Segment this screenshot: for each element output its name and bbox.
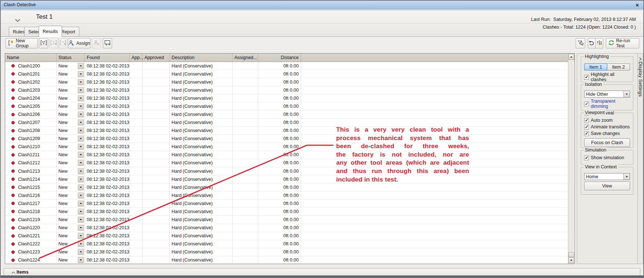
add-comment-button[interactable] <box>103 38 112 48</box>
status-dropdown-button[interactable] <box>78 193 84 198</box>
dropdown-arrow-button[interactable] <box>623 91 630 97</box>
column-header-app[interactable]: App... <box>130 54 143 62</box>
table-row[interactable]: Clash1216New08:12:38 02-02-2013Hard (Con… <box>5 191 575 200</box>
column-header-description[interactable]: Description <box>170 54 233 62</box>
collapse-chevron-icon[interactable] <box>15 17 21 23</box>
add-to-group-button[interactable] <box>49 38 58 48</box>
table-row[interactable]: Clash1206New08:12:38 02-02-2013Hard (Con… <box>5 110 575 118</box>
table-row[interactable]: Clash1211New08:12:38 02-02-2013Hard (Con… <box>5 151 575 159</box>
display-settings-tab[interactable]: Display Settings <box>638 53 643 264</box>
status-dropdown-button[interactable] <box>78 241 84 247</box>
status-dropdown-button[interactable] <box>78 120 84 125</box>
titlebar[interactable]: Clash Detective × <box>1 1 643 9</box>
status-dropdown-button[interactable] <box>78 209 84 215</box>
status-dropdown-button[interactable] <box>78 152 84 158</box>
table-row[interactable]: Clash1208New08:12:38 02-02-2013Hard (Con… <box>5 127 575 135</box>
table-row[interactable]: Clash1210New08:12:38 02-02-2013Hard (Con… <box>5 143 575 151</box>
status-dropdown-button[interactable] <box>78 160 84 166</box>
table-row[interactable]: Clash1214New08:12:38 02-02-2013Hard (Con… <box>5 175 575 183</box>
column-header-distance[interactable]: Distance <box>258 54 301 62</box>
table-row[interactable]: Clash1219New08:12:38 02-02-2013Hard (Con… <box>5 216 575 224</box>
column-header-found[interactable]: Found <box>85 54 130 62</box>
column-header-status[interactable]: Status <box>57 54 85 62</box>
isolation-dropdown[interactable]: Hide Other <box>584 91 630 98</box>
status-dropdown-button[interactable] <box>78 111 84 117</box>
status-dropdown-button[interactable] <box>78 233 84 239</box>
status-dropdown-button[interactable] <box>78 249 84 255</box>
assigned-cell <box>233 256 258 264</box>
table-row[interactable]: Clash1205New08:12:38 02-02-2013Hard (Con… <box>5 102 575 110</box>
table-row[interactable]: Clash1202New08:12:38 02-02-2013Hard (Con… <box>5 78 575 86</box>
column-header-name[interactable]: Name <box>5 54 57 62</box>
undo-button[interactable] <box>588 38 596 48</box>
filter-selection-button[interactable] <box>576 38 585 48</box>
scroll-up-button[interactable] <box>568 54 574 60</box>
compact-button[interactable] <box>595 38 603 48</box>
table-row[interactable]: Clash1218New08:12:38 02-02-2013Hard (Con… <box>5 208 575 216</box>
status-dropdown-button[interactable] <box>78 63 84 69</box>
status-dropdown-button[interactable] <box>78 168 84 174</box>
table-row[interactable]: Clash1217New08:12:38 02-02-2013Hard (Con… <box>5 200 575 208</box>
status-dropdown-button[interactable] <box>78 225 84 231</box>
description-cell: Hard (Conservative) <box>170 175 233 183</box>
view-in-context-dropdown[interactable]: Home <box>584 173 630 180</box>
table-row[interactable]: Clash1221New08:12:38 02-02-2013Hard (Con… <box>5 232 575 240</box>
table-row[interactable]: Clash1207New08:12:38 02-02-2013Hard (Con… <box>5 119 575 127</box>
new-group-button[interactable]: New Group <box>6 38 38 48</box>
assign-button[interactable]: Assign <box>68 38 90 48</box>
table-row[interactable]: Clash1222New08:12:38 02-02-2013Hard (Con… <box>5 240 575 248</box>
dropdown-arrow-button[interactable] <box>623 173 630 180</box>
status-dropdown-button[interactable] <box>78 136 84 142</box>
status-dropdown-button[interactable] <box>78 257 84 263</box>
column-header-assigned[interactable]: Assigned... <box>233 54 258 62</box>
view-button[interactable]: View <box>584 182 630 190</box>
approved-cell <box>143 191 170 199</box>
scroll-down-button[interactable] <box>568 257 574 263</box>
show-simulation-checkbox[interactable] <box>584 156 589 160</box>
animate-transitions-checkbox[interactable] <box>584 125 589 129</box>
table-row[interactable]: Clash1209New08:12:38 02-02-2013Hard (Con… <box>5 135 575 143</box>
status-dropdown-button[interactable] <box>78 71 84 77</box>
unassign-button[interactable] <box>92 38 101 48</box>
clash-status-dot-icon <box>11 145 15 149</box>
vertical-scrollbar[interactable] <box>568 54 574 263</box>
table-row[interactable]: Clash1204New08:12:38 02-02-2013Hard (Con… <box>5 94 575 102</box>
auto-zoom-checkbox[interactable] <box>584 118 589 123</box>
status-dropdown-button[interactable] <box>78 144 84 150</box>
items-bar[interactable]: Items <box>4 268 640 276</box>
clash-name: Clash1214 <box>18 177 40 182</box>
table-row[interactable]: Clash1213New08:12:38 02-02-2013Hard (Con… <box>5 167 575 175</box>
column-header-approved[interactable]: Approved <box>143 54 170 62</box>
clash-name: Clash1209 <box>18 136 40 141</box>
item1-button[interactable]: Item 1 <box>584 63 607 70</box>
status-dropdown-button[interactable] <box>78 95 84 101</box>
table-row[interactable]: Clash1203New08:12:38 02-02-2013Hard (Con… <box>5 86 575 94</box>
status-dropdown-button[interactable] <box>78 103 84 109</box>
focus-on-clash-button[interactable]: Focus on Clash <box>584 138 630 147</box>
table-row[interactable]: Clash1212New08:12:38 02-02-2013Hard (Con… <box>5 159 575 167</box>
save-changes-checkbox[interactable] <box>584 131 589 136</box>
scrollbar-thumb[interactable] <box>568 252 574 257</box>
status-dropdown-button[interactable] <box>78 176 84 182</box>
table-row[interactable]: Clash1220New08:12:38 02-02-2013Hard (Con… <box>5 224 575 232</box>
status-dropdown-button[interactable] <box>78 217 84 223</box>
group-clashes-button[interactable] <box>39 38 48 48</box>
table-row[interactable]: Clash1215New08:12:38 02-02-2013Hard (Con… <box>5 183 575 191</box>
status-dropdown-button[interactable] <box>78 201 84 206</box>
highlight-all-checkbox[interactable] <box>584 75 589 80</box>
approved-by-cell <box>130 110 143 118</box>
status-dropdown-button[interactable] <box>78 87 84 93</box>
status-dropdown-button[interactable] <box>78 79 84 85</box>
rerun-test-button[interactable]: Re-run Test <box>606 38 639 48</box>
table-row[interactable]: Clash1224New08:12:38 02-02-2013Hard (Con… <box>5 256 575 264</box>
remove-from-group-button[interactable] <box>58 38 67 48</box>
table-row[interactable]: Clash1201New08:12:38 02-02-2013Hard (Con… <box>5 70 575 78</box>
status-dropdown-button[interactable] <box>78 184 84 190</box>
status-dropdown-button[interactable] <box>78 128 84 133</box>
close-icon[interactable]: × <box>634 2 640 8</box>
transparent-dimming-checkbox[interactable] <box>584 102 589 106</box>
table-row[interactable]: Clash1200New08:12:38 02-02-2013Hard (Con… <box>5 62 575 70</box>
tab-results[interactable]: Results <box>39 26 62 37</box>
item2-button[interactable]: Item 2 <box>607 63 630 70</box>
table-row[interactable]: Clash1223New08:12:38 02-02-2013Hard (Con… <box>5 248 575 256</box>
